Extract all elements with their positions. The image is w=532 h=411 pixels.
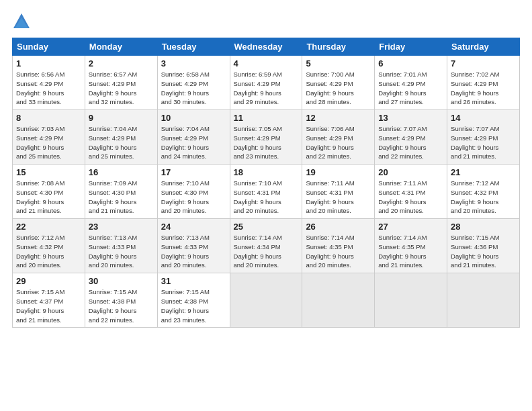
day-number: 6 xyxy=(378,58,443,68)
day-cell: 27Sunrise: 7:14 AMSunset: 4:35 PMDayligh… xyxy=(375,219,447,273)
day-info: Sunrise: 7:12 AMSunset: 4:32 PMDaylight:… xyxy=(451,179,516,216)
day-cell xyxy=(230,273,302,328)
day-number: 15 xyxy=(16,167,81,177)
day-info: Sunrise: 7:00 AMSunset: 4:29 PMDaylight:… xyxy=(306,70,371,107)
day-info: Sunrise: 7:13 AMSunset: 4:33 PMDaylight:… xyxy=(161,233,226,270)
day-info: Sunrise: 6:58 AMSunset: 4:29 PMDaylight:… xyxy=(161,70,226,107)
day-cell: 26Sunrise: 7:14 AMSunset: 4:35 PMDayligh… xyxy=(302,219,375,273)
day-number: 24 xyxy=(161,222,226,232)
day-cell: 12Sunrise: 7:06 AMSunset: 4:29 PMDayligh… xyxy=(302,110,375,165)
logo xyxy=(12,12,34,31)
day-cell: 2Sunrise: 6:57 AMSunset: 4:29 PMDaylight… xyxy=(85,56,157,110)
day-info: Sunrise: 6:59 AMSunset: 4:29 PMDaylight:… xyxy=(234,70,299,107)
day-info: Sunrise: 7:05 AMSunset: 4:29 PMDaylight:… xyxy=(234,124,299,161)
day-cell: 13Sunrise: 7:07 AMSunset: 4:29 PMDayligh… xyxy=(375,110,447,165)
day-info: Sunrise: 7:09 AMSunset: 4:30 PMDaylight:… xyxy=(89,179,154,216)
header-cell-wednesday: Wednesday xyxy=(230,38,302,56)
week-row-5: 29Sunrise: 7:15 AMSunset: 4:37 PMDayligh… xyxy=(13,273,520,328)
day-info: Sunrise: 7:14 AMSunset: 4:35 PMDaylight:… xyxy=(306,233,371,270)
week-row-2: 8Sunrise: 7:03 AMSunset: 4:29 PMDaylight… xyxy=(13,110,520,165)
day-number: 17 xyxy=(161,167,226,177)
day-number: 8 xyxy=(16,113,81,123)
day-info: Sunrise: 7:15 AMSunset: 4:38 PMDaylight:… xyxy=(89,287,154,324)
day-cell: 21Sunrise: 7:12 AMSunset: 4:32 PMDayligh… xyxy=(447,165,520,219)
day-cell: 24Sunrise: 7:13 AMSunset: 4:33 PMDayligh… xyxy=(157,219,230,273)
day-number: 22 xyxy=(16,222,81,232)
day-number: 7 xyxy=(451,58,516,68)
day-number: 4 xyxy=(234,58,299,68)
header-cell-tuesday: Tuesday xyxy=(157,38,230,56)
day-cell xyxy=(375,273,447,328)
week-row-1: 1Sunrise: 6:56 AMSunset: 4:29 PMDaylight… xyxy=(13,56,520,110)
day-number: 30 xyxy=(89,276,154,286)
day-info: Sunrise: 7:15 AMSunset: 4:38 PMDaylight:… xyxy=(161,287,226,324)
day-cell: 1Sunrise: 6:56 AMSunset: 4:29 PMDaylight… xyxy=(13,56,85,110)
day-cell: 23Sunrise: 7:13 AMSunset: 4:33 PMDayligh… xyxy=(85,219,157,273)
header-cell-sunday: Sunday xyxy=(13,38,85,56)
calendar-table: SundayMondayTuesdayWednesdayThursdayFrid… xyxy=(12,38,520,328)
day-cell: 18Sunrise: 7:10 AMSunset: 4:31 PMDayligh… xyxy=(230,165,302,219)
day-cell: 25Sunrise: 7:14 AMSunset: 4:34 PMDayligh… xyxy=(230,219,302,273)
day-number: 20 xyxy=(378,167,443,177)
day-cell: 3Sunrise: 6:58 AMSunset: 4:29 PMDaylight… xyxy=(157,56,230,110)
day-info: Sunrise: 7:06 AMSunset: 4:29 PMDaylight:… xyxy=(306,124,371,161)
day-number: 19 xyxy=(306,167,371,177)
day-number: 5 xyxy=(306,58,371,68)
day-cell xyxy=(447,273,520,328)
day-cell: 28Sunrise: 7:15 AMSunset: 4:36 PMDayligh… xyxy=(447,219,520,273)
day-info: Sunrise: 7:01 AMSunset: 4:29 PMDaylight:… xyxy=(378,70,443,107)
day-cell: 22Sunrise: 7:12 AMSunset: 4:32 PMDayligh… xyxy=(13,219,85,273)
header-cell-monday: Monday xyxy=(85,38,157,56)
day-number: 29 xyxy=(16,276,81,286)
header-cell-thursday: Thursday xyxy=(302,38,375,56)
day-number: 11 xyxy=(234,113,299,123)
day-info: Sunrise: 7:10 AMSunset: 4:31 PMDaylight:… xyxy=(234,179,299,216)
day-info: Sunrise: 7:02 AMSunset: 4:29 PMDaylight:… xyxy=(451,70,516,107)
day-info: Sunrise: 7:10 AMSunset: 4:30 PMDaylight:… xyxy=(161,179,226,216)
day-info: Sunrise: 6:57 AMSunset: 4:29 PMDaylight:… xyxy=(89,70,154,107)
day-cell: 30Sunrise: 7:15 AMSunset: 4:38 PMDayligh… xyxy=(85,273,157,328)
day-info: Sunrise: 6:56 AMSunset: 4:29 PMDaylight:… xyxy=(16,70,81,107)
day-number: 16 xyxy=(89,167,154,177)
day-info: Sunrise: 7:14 AMSunset: 4:35 PMDaylight:… xyxy=(378,233,443,270)
page: SundayMondayTuesdayWednesdayThursdayFrid… xyxy=(0,0,532,411)
day-info: Sunrise: 7:07 AMSunset: 4:29 PMDaylight:… xyxy=(451,124,516,161)
day-number: 28 xyxy=(451,222,516,232)
week-row-4: 22Sunrise: 7:12 AMSunset: 4:32 PMDayligh… xyxy=(13,219,520,273)
header-cell-saturday: Saturday xyxy=(447,38,520,56)
day-number: 14 xyxy=(451,113,516,123)
day-cell xyxy=(302,273,375,328)
day-info: Sunrise: 7:11 AMSunset: 4:31 PMDaylight:… xyxy=(378,179,443,216)
week-row-3: 15Sunrise: 7:08 AMSunset: 4:30 PMDayligh… xyxy=(13,165,520,219)
day-info: Sunrise: 7:15 AMSunset: 4:36 PMDaylight:… xyxy=(451,233,516,270)
day-cell: 4Sunrise: 6:59 AMSunset: 4:29 PMDaylight… xyxy=(230,56,302,110)
day-cell: 5Sunrise: 7:00 AMSunset: 4:29 PMDaylight… xyxy=(302,56,375,110)
header-row: SundayMondayTuesdayWednesdayThursdayFrid… xyxy=(13,38,520,56)
day-number: 3 xyxy=(161,58,226,68)
day-number: 13 xyxy=(378,113,443,123)
day-number: 2 xyxy=(89,58,154,68)
day-cell: 17Sunrise: 7:10 AMSunset: 4:30 PMDayligh… xyxy=(157,165,230,219)
day-info: Sunrise: 7:15 AMSunset: 4:37 PMDaylight:… xyxy=(16,287,81,324)
header xyxy=(12,12,520,31)
day-cell: 29Sunrise: 7:15 AMSunset: 4:37 PMDayligh… xyxy=(13,273,85,328)
day-number: 25 xyxy=(234,222,299,232)
day-cell: 10Sunrise: 7:04 AMSunset: 4:29 PMDayligh… xyxy=(157,110,230,165)
day-cell: 6Sunrise: 7:01 AMSunset: 4:29 PMDaylight… xyxy=(375,56,447,110)
day-number: 12 xyxy=(306,113,371,123)
day-info: Sunrise: 7:13 AMSunset: 4:33 PMDaylight:… xyxy=(89,233,154,270)
day-number: 10 xyxy=(161,113,226,123)
day-number: 31 xyxy=(161,276,226,286)
day-cell: 14Sunrise: 7:07 AMSunset: 4:29 PMDayligh… xyxy=(447,110,520,165)
header-cell-friday: Friday xyxy=(375,38,447,56)
day-number: 23 xyxy=(89,222,154,232)
day-number: 27 xyxy=(378,222,443,232)
day-info: Sunrise: 7:08 AMSunset: 4:30 PMDaylight:… xyxy=(16,179,81,216)
day-cell: 8Sunrise: 7:03 AMSunset: 4:29 PMDaylight… xyxy=(13,110,85,165)
logo-icon xyxy=(12,12,31,31)
day-info: Sunrise: 7:04 AMSunset: 4:29 PMDaylight:… xyxy=(89,124,154,161)
day-info: Sunrise: 7:03 AMSunset: 4:29 PMDaylight:… xyxy=(16,124,81,161)
day-cell: 31Sunrise: 7:15 AMSunset: 4:38 PMDayligh… xyxy=(157,273,230,328)
day-cell: 15Sunrise: 7:08 AMSunset: 4:30 PMDayligh… xyxy=(13,165,85,219)
day-number: 1 xyxy=(16,58,81,68)
